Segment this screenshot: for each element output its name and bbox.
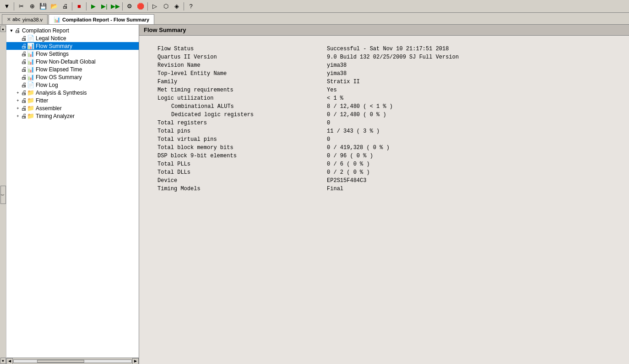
tree-scrollbar[interactable]: ◀ ▶ [6, 358, 139, 364]
scroll-track[interactable] [13, 359, 132, 363]
timing-label: Timing Analyzer [36, 113, 75, 119]
legal-label: Legal Notice [36, 35, 66, 42]
table-row: DSP block 9-bit elements0 / 96 ( 0 % ) [157, 152, 459, 160]
table-row: DeviceEP2S15F484C3 [157, 177, 459, 185]
sep5 [147, 2, 148, 11]
open-btn[interactable]: 📂 [49, 1, 59, 11]
os-label: Flow OS Summary [36, 74, 82, 80]
fitter-icon: 🖨📁 [21, 97, 34, 104]
row-value: 11 / 343 ( 3 % ) [327, 127, 459, 135]
sidebar-item-analysis[interactable]: + 🖨📁 Analysis & Synthesis [6, 89, 139, 96]
sep4 [122, 2, 123, 11]
scroll-left-btn[interactable]: ◀ [6, 358, 13, 364]
table-row: Timing ModelsFinal [157, 185, 459, 193]
settings-label: Flow Settings [36, 51, 69, 57]
sidebar-item-flow-settings[interactable]: 🖨📊 Flow Settings [6, 50, 139, 58]
row-value: 0 / 12,480 ( 0 % ) [327, 111, 459, 119]
table-row: Total virtual pins0 [157, 135, 459, 144]
left-panel: ▼ 🖨 Compilation Report 🖨📄 Legal Notice 🖨… [6, 25, 139, 364]
row-label: Total pins [157, 127, 327, 135]
save-btn[interactable]: 💾 [38, 1, 48, 11]
summary-label: Flow Summary [36, 43, 72, 49]
non-default-icon: 🖨📊 [21, 58, 34, 65]
fitter-expand[interactable]: + [15, 97, 21, 104]
row-value: 0 / 96 ( 0 % ) [327, 152, 459, 160]
edge-up-btn[interactable]: ▲ [0, 26, 6, 32]
row-value: 0 [327, 135, 459, 144]
assembler-expand[interactable]: + [15, 105, 21, 112]
table-row: Total PLLs0 / 6 ( 0 % ) [157, 160, 459, 168]
edge-down-btn[interactable]: ▼ [0, 358, 6, 364]
assembler-icon: 🖨📁 [21, 105, 34, 112]
row-label: Top-level Entity Name [157, 70, 327, 78]
sidebar-item-timing[interactable]: + 🖨📁 Timing Analyzer [6, 112, 139, 120]
row-value: Successful - Sat Nov 10 21:17:51 2018 [327, 45, 459, 53]
sidebar-item-legal-notice[interactable]: 🖨📄 Legal Notice [6, 34, 139, 42]
step-btn[interactable]: ▶| [99, 1, 109, 11]
sidebar-item-flow-os[interactable]: 🖨📊 Flow OS Summary [6, 73, 139, 81]
run2-btn[interactable]: ▶▶ [110, 1, 120, 11]
sidebar-item-flow-log[interactable]: 🖨📄 Flow Log [6, 81, 139, 89]
stop2-btn[interactable]: 🛑 [136, 1, 146, 11]
rtl-btn[interactable]: ▷ [150, 1, 160, 11]
print-btn[interactable]: 🖨 [60, 1, 70, 11]
report-tab[interactable]: 📊 Compilation Report - Flow Summary [49, 14, 154, 24]
compile-btn[interactable]: ⚙ [125, 1, 135, 11]
table-row: Met timing requirementsYes [157, 86, 459, 94]
tree-container: ▼ 🖨 Compilation Report 🖨📄 Legal Notice 🖨… [6, 25, 139, 122]
row-value: 0 / 419,328 ( 0 % ) [327, 144, 459, 152]
sidebar-item-assembler[interactable]: + 🖨📁 Assembler [6, 104, 139, 112]
stop-btn[interactable]: ■ [74, 1, 84, 11]
row-value: 0 / 6 ( 0 % ) [327, 160, 459, 168]
row-label: Flow Status [157, 45, 327, 53]
sidebar-item-fitter[interactable]: + 🖨📁 Fitter [6, 96, 139, 104]
close-file-tab[interactable]: ✕ [7, 17, 11, 22]
report-tab-icon: 📊 [54, 16, 60, 23]
row-value: EP2S15F484C3 [327, 177, 459, 185]
settings-icon: 🖨📊 [21, 50, 34, 57]
left-edge: ▲ ) ▼ [0, 25, 6, 364]
row-value: < 1 % [327, 94, 459, 102]
table-row: Top-level Entity Nameyima38 [157, 70, 459, 78]
root-expand[interactable]: ▼ [8, 27, 15, 34]
sep1 [14, 2, 14, 11]
row-label: Dedicated logic registers [157, 111, 327, 119]
netlist-btn[interactable]: ⬡ [161, 1, 171, 11]
sidebar-item-flow-non-default[interactable]: 🖨📊 Flow Non-Default Global [6, 58, 139, 65]
toolbar: ▼ ✂ ⊕ 💾 📂 🖨 ■ ▶ ▶| ▶▶ ⚙ 🛑 ▷ ⬡ ◈ ? [0, 0, 629, 13]
analysis-expand[interactable]: + [15, 90, 21, 96]
tree-root[interactable]: ▼ 🖨 Compilation Report [6, 27, 139, 34]
run-btn[interactable]: ▶ [88, 1, 98, 11]
cut-btn[interactable]: ✂ [16, 1, 26, 11]
row-value: Final [327, 185, 459, 193]
row-label: Met timing requirements [157, 86, 327, 94]
sep3 [86, 2, 87, 11]
table-row: Dedicated logic registers0 / 12,480 ( 0 … [157, 111, 459, 119]
row-value: Stratix II [327, 78, 459, 86]
table-row: Total block memory bits0 / 419,328 ( 0 %… [157, 144, 459, 152]
log-label: Flow Log [36, 82, 58, 88]
file-tab-icon: abc [12, 17, 21, 22]
scroll-thumb[interactable] [37, 360, 84, 363]
sidebar-item-flow-elapsed[interactable]: 🖨📊 Flow Elapsed Time [6, 65, 139, 73]
log-icon: 🖨📄 [21, 81, 34, 88]
copy-btn[interactable]: ⊕ [27, 1, 37, 11]
row-label: Total DLLs [157, 168, 327, 177]
file-tab[interactable]: ✕ abc yima38.v [2, 14, 48, 24]
table-row: Logic utilization< 1 % [157, 94, 459, 102]
row-label: Device [157, 177, 327, 185]
help-btn[interactable]: ? [186, 1, 196, 11]
prog-btn[interactable]: ◈ [172, 1, 182, 11]
elapsed-label: Flow Elapsed Time [36, 66, 82, 73]
edge-mid-btn[interactable]: ) [0, 186, 6, 204]
summary-icon: 🖨📊 [21, 43, 34, 49]
row-label: Total registers [157, 119, 327, 127]
sidebar-item-flow-summary[interactable]: 🖨📊 Flow Summary [6, 42, 139, 50]
timing-expand[interactable]: + [15, 113, 21, 119]
assembler-label: Assembler [36, 105, 62, 112]
dropdown-btn[interactable]: ▼ [2, 1, 12, 11]
sep2 [72, 2, 72, 11]
report-tab-label: Compilation Report - Flow Summary [62, 17, 149, 22]
table-row: Combinational ALUTs8 / 12,480 ( < 1 % ) [157, 102, 459, 111]
scroll-right-btn[interactable]: ▶ [132, 358, 139, 364]
